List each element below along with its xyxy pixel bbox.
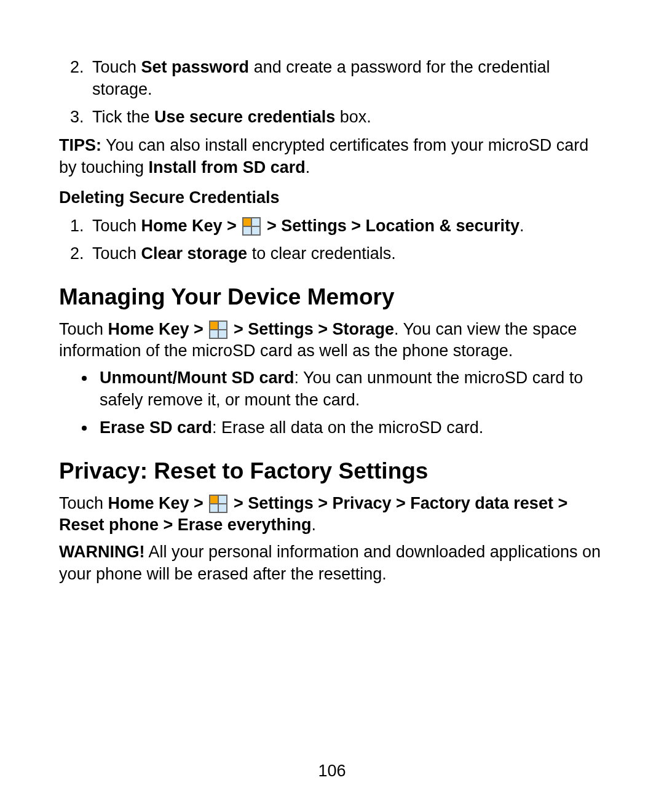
svg-rect-7 [219,322,226,329]
deleting-step-2: Touch Clear storage to clear credentials… [89,243,605,265]
deleting-step-1: Touch Home Key > > Settings > Location &… [89,215,605,237]
tips-text: You can also install encrypted certifica… [59,136,588,177]
bul1-bold: Unmount/Mount SD card [100,368,294,387]
step-2: Touch Set password and create a password… [89,57,605,100]
del1-d: . [520,217,524,235]
del1-c: > Settings > Location & security [262,217,520,235]
numbered-steps-top: Touch Set password and create a password… [59,57,605,129]
svg-rect-13 [210,504,218,512]
svg-rect-14 [219,504,226,512]
bul2-rest: : Erase all data on the microSD card. [212,418,483,437]
step-2-text-a: Touch [92,58,141,76]
del2-c: to clear credentials. [247,244,396,263]
memory-bullet-1: Unmount/Mount SD card: You can unmount t… [96,367,605,411]
mem-b: Home Key > [108,320,208,338]
deleting-steps: Touch Home Key > > Settings > Location &… [59,215,605,265]
privacy-reset-heading: Privacy: Reset to Factory Settings [59,456,605,487]
tips-paragraph: TIPS: You can also install encrypted cer… [59,135,605,178]
app-grid-icon [242,217,261,236]
tips-bold: Install from SD card [149,158,306,177]
svg-rect-2 [252,218,259,226]
memory-bullets: Unmount/Mount SD card: You can unmount t… [59,367,605,439]
mem-a: Touch [59,320,108,338]
managing-device-memory-heading: Managing Your Device Memory [59,282,605,312]
step-3-bold: Use secure credentials [154,108,335,126]
warning-label: WARNING! [59,543,144,561]
del2-a: Touch [92,244,141,263]
tips-end: . [306,158,310,177]
deleting-secure-credentials-heading: Deleting Secure Credentials [59,187,605,209]
memory-intro: Touch Home Key > > Settings > Storage. Y… [59,319,605,362]
mem-c: > Settings > Storage [229,320,394,338]
svg-rect-1 [243,218,251,226]
privacy-path: Touch Home Key > > Settings > Privacy > … [59,493,605,536]
page-number: 106 [0,760,664,782]
bul2-bold: Erase SD card [100,418,212,437]
svg-rect-3 [243,227,251,234]
memory-bullet-2: Erase SD card: Erase all data on the mic… [96,417,605,439]
step-3-text-b: box. [335,108,371,126]
step-3-text-a: Tick the [92,108,154,126]
del1-b: Home Key > [141,217,242,235]
del2-b: Clear storage [141,244,248,263]
priv-a: Touch [59,494,108,512]
svg-rect-11 [210,496,218,503]
svg-rect-4 [252,227,259,234]
del1-a: Touch [92,217,141,235]
svg-rect-6 [210,322,218,329]
step-3: Tick the Use secure credentials box. [89,106,605,129]
tips-label: TIPS: [59,136,101,154]
warning-paragraph: WARNING! All your personal information a… [59,541,605,585]
document-page: Touch Set password and create a password… [0,0,664,812]
svg-rect-12 [219,496,226,503]
priv-d: . [311,515,316,534]
svg-rect-8 [210,330,218,338]
step-2-bold: Set password [141,58,250,76]
svg-rect-9 [219,330,226,338]
app-grid-icon [209,320,227,339]
priv-b: Home Key > [108,494,208,512]
app-grid-icon [209,495,227,513]
